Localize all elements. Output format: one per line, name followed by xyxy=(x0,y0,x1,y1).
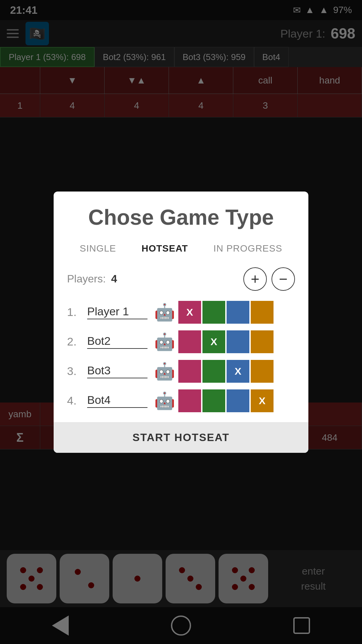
player-1-swatches: X xyxy=(178,301,274,324)
android-icon-1: 🤖 xyxy=(154,303,175,322)
player-1-name[interactable]: Player 1 xyxy=(87,305,147,319)
player-3-num: 3. xyxy=(67,365,87,378)
modal-title: Chose Game Type xyxy=(67,205,295,230)
swatch-4-1[interactable] xyxy=(202,389,225,412)
swatch-4-2[interactable] xyxy=(227,389,249,412)
player-4-swatches: X xyxy=(178,389,274,412)
player-entry-3: 3. Bot3 🤖 X xyxy=(67,360,295,383)
tab-single[interactable]: SINGLE xyxy=(80,243,116,255)
modal-dialog: Chose Game Type SINGLE HOTSEAT IN PROGRE… xyxy=(54,192,308,453)
tab-in-progress[interactable]: IN PROGRESS xyxy=(214,243,282,255)
swatch-4-0[interactable] xyxy=(178,389,201,412)
swatch-2-0[interactable] xyxy=(178,330,201,353)
modal-tabs: SINGLE HOTSEAT IN PROGRESS xyxy=(67,243,295,255)
remove-player-button[interactable]: − xyxy=(272,267,295,291)
swatch-1-3[interactable] xyxy=(251,301,274,324)
swatch-1-2[interactable] xyxy=(227,301,249,324)
android-icon-4: 🤖 xyxy=(154,391,175,411)
player-2-num: 2. xyxy=(67,335,87,348)
swatch-2-3[interactable] xyxy=(251,330,274,353)
player-3-name[interactable]: Bot3 xyxy=(87,364,147,378)
player-4-name[interactable]: Bot4 xyxy=(87,393,147,408)
player-entry-1: 1. Player 1 🤖 X xyxy=(67,301,295,324)
modal-overlay: Chose Game Type SINGLE HOTSEAT IN PROGRE… xyxy=(0,0,362,644)
player-entry-4: 4. Bot4 🤖 X xyxy=(67,389,295,412)
swatch-3-0[interactable] xyxy=(178,360,201,383)
swatch-3-1[interactable] xyxy=(202,360,225,383)
tab-hotseat[interactable]: HOTSEAT xyxy=(141,243,188,255)
players-label: Players: xyxy=(67,273,106,285)
player-2-swatches: X xyxy=(178,330,274,353)
swatch-1-1[interactable] xyxy=(202,301,225,324)
modal-footer: START HOTSEAT xyxy=(54,422,308,453)
add-player-button[interactable]: + xyxy=(243,267,267,291)
swatch-3-3[interactable] xyxy=(251,360,274,383)
player-1-num: 1. xyxy=(67,306,87,319)
player-3-swatches: X xyxy=(178,360,274,383)
android-icon-2: 🤖 xyxy=(154,332,175,352)
android-icon-3: 🤖 xyxy=(154,362,175,381)
swatch-2-1[interactable]: X xyxy=(202,330,225,353)
swatch-2-2[interactable] xyxy=(227,330,249,353)
swatch-3-2[interactable]: X xyxy=(227,360,249,383)
swatch-4-3[interactable]: X xyxy=(251,389,274,412)
swatch-1-0[interactable]: X xyxy=(178,301,201,324)
players-count-value: 4 xyxy=(111,273,117,285)
player-2-name[interactable]: Bot2 xyxy=(87,334,147,349)
player-4-num: 4. xyxy=(67,394,87,407)
player-entry-2: 2. Bot2 🤖 X xyxy=(67,330,295,353)
players-count-row: Players: 4 + − xyxy=(67,267,295,291)
start-hotseat-button[interactable]: START HOTSEAT xyxy=(54,423,308,453)
